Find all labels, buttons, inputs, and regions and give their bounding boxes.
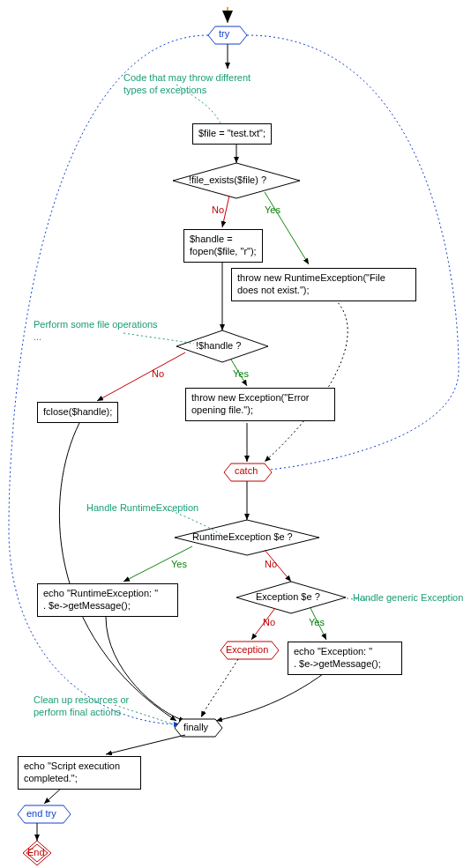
exception-node: Exception	[226, 644, 268, 657]
end-try-node: end try	[26, 808, 56, 820]
try-node: try	[219, 28, 229, 41]
node-fclose: fclose($handle);	[37, 402, 118, 423]
decision-file-exists: !file_exists($file) ?	[189, 174, 266, 187]
comment-ops: Perform some file operations ...	[34, 319, 183, 344]
edge-no-3: No	[265, 559, 277, 569]
node-fopen: $handle = fopen($file, "r");	[183, 229, 263, 263]
decision-exception: Exception $e ?	[256, 591, 320, 604]
comment-cleanup: Clean up resources or perform final acti…	[34, 694, 166, 719]
edge-yes-3: Yes	[171, 559, 187, 569]
comment-handle-generic: Handle generic Exception	[353, 592, 467, 605]
node-throw-exception: throw new Exception("Error opening file.…	[185, 388, 335, 421]
comment-code: Code that may throw different types of e…	[123, 72, 291, 97]
edge-yes-4: Yes	[309, 617, 325, 627]
finally-node: finally	[183, 722, 208, 734]
edge-no-2: No	[152, 368, 164, 379]
node-echo-runtime: echo "RuntimeException: " . $e->getMessa…	[37, 583, 178, 617]
node-throw-runtime: throw new RuntimeException("File does no…	[231, 268, 416, 301]
comment-handle-rt: Handle RuntimeException	[86, 502, 198, 515]
node-echo-exception: echo "Exception: " . $e->getMessage();	[288, 642, 402, 675]
decision-runtime: RuntimeException $e ?	[192, 531, 293, 544]
end-node: End	[27, 847, 45, 859]
catch-node: catch	[235, 465, 258, 478]
node-file-assign: $file = "test.txt";	[192, 123, 272, 145]
node-echo-done: echo "Script execution completed.";	[18, 756, 141, 790]
edge-yes-2: Yes	[233, 368, 249, 379]
edge-yes-1: Yes	[265, 204, 280, 215]
edge-no-1: No	[212, 204, 224, 215]
decision-handle: !$handle ?	[196, 340, 241, 352]
edge-no-4: No	[263, 617, 275, 627]
